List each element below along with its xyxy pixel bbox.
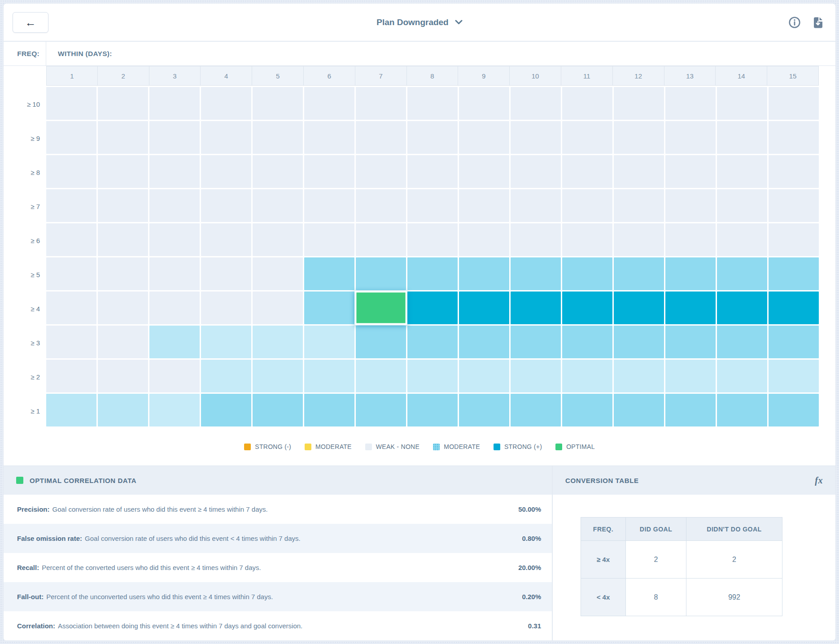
heatmap-cell[interactable] — [46, 189, 96, 222]
heatmap-cell[interactable] — [46, 223, 96, 256]
heatmap-cell[interactable] — [253, 360, 303, 392]
heatmap-cell[interactable] — [614, 394, 664, 426]
formula-fx-icon[interactable]: fx — [815, 475, 823, 486]
heatmap-cell[interactable] — [356, 121, 406, 154]
heatmap-cell[interactable] — [253, 257, 303, 290]
heatmap-cell[interactable] — [46, 155, 96, 188]
heatmap-cell[interactable] — [46, 360, 96, 392]
heatmap-cell[interactable] — [253, 121, 303, 154]
heatmap-cell[interactable] — [614, 326, 664, 358]
back-button[interactable]: ← — [13, 12, 48, 33]
heatmap-cell[interactable] — [407, 189, 458, 222]
heatmap-cell[interactable] — [149, 394, 200, 426]
heatmap-cell[interactable] — [665, 360, 716, 392]
heatmap-cell[interactable] — [769, 223, 819, 256]
heatmap-cell[interactable] — [511, 292, 561, 324]
heatmap-cell[interactable] — [356, 257, 406, 290]
heatmap-cell[interactable] — [562, 292, 612, 324]
heatmap-cell[interactable] — [769, 326, 819, 358]
heatmap-cell[interactable] — [46, 121, 96, 154]
heatmap-cell[interactable] — [459, 189, 509, 222]
heatmap-cell[interactable] — [717, 87, 767, 120]
heatmap-cell[interactable] — [769, 394, 819, 426]
heatmap-cell[interactable] — [459, 257, 509, 290]
heatmap-cell[interactable] — [149, 121, 200, 154]
heatmap-cell[interactable] — [46, 394, 96, 426]
heatmap-cell[interactable] — [98, 155, 148, 188]
heatmap-cell[interactable] — [201, 87, 251, 120]
heatmap-cell[interactable] — [562, 223, 612, 256]
heatmap-cell[interactable] — [149, 155, 200, 188]
heatmap-cell[interactable] — [511, 394, 561, 426]
heatmap-cell[interactable] — [665, 155, 716, 188]
heatmap-cell[interactable] — [149, 292, 200, 324]
heatmap-cell[interactable] — [562, 326, 612, 358]
heatmap-cell[interactable] — [407, 121, 458, 154]
heatmap-cell[interactable] — [562, 189, 612, 222]
heatmap-cell[interactable] — [665, 394, 716, 426]
heatmap-cell[interactable] — [407, 87, 458, 120]
heatmap-cell[interactable] — [459, 223, 509, 256]
heatmap-cell[interactable] — [98, 189, 148, 222]
heatmap-cell[interactable] — [149, 189, 200, 222]
heatmap-cell[interactable] — [614, 121, 664, 154]
heatmap-cell[interactable] — [614, 292, 664, 324]
heatmap-cell[interactable] — [304, 189, 354, 222]
heatmap-cell[interactable] — [46, 326, 96, 358]
heatmap-cell[interactable] — [562, 257, 612, 290]
heatmap-cell[interactable] — [717, 257, 767, 290]
heatmap-cell[interactable] — [98, 326, 148, 358]
heatmap-cell[interactable] — [614, 189, 664, 222]
heatmap-cell[interactable] — [769, 155, 819, 188]
heatmap-cell[interactable] — [201, 155, 251, 188]
heatmap-cell[interactable] — [665, 121, 716, 154]
heatmap-cell[interactable] — [665, 292, 716, 324]
heatmap-cell[interactable] — [459, 360, 509, 392]
heatmap-cell[interactable] — [149, 360, 200, 392]
heatmap-cell[interactable] — [149, 87, 200, 120]
heatmap-cell[interactable] — [356, 189, 406, 222]
heatmap-cell[interactable] — [665, 257, 716, 290]
heatmap-cell[interactable] — [459, 155, 509, 188]
heatmap-cell[interactable] — [201, 394, 251, 426]
heatmap-cell[interactable] — [356, 394, 406, 426]
heatmap-cell[interactable] — [304, 292, 354, 324]
heatmap-cell[interactable] — [717, 189, 767, 222]
heatmap-cell[interactable] — [511, 155, 561, 188]
heatmap-cell[interactable] — [46, 257, 96, 290]
heatmap-cell[interactable] — [717, 292, 767, 324]
heatmap-cell[interactable] — [201, 121, 251, 154]
heatmap-cell[interactable] — [304, 223, 354, 256]
optimal-selected-cell[interactable] — [354, 291, 407, 325]
heatmap-cell[interactable] — [511, 257, 561, 290]
heatmap-cell[interactable] — [459, 292, 509, 324]
heatmap-cell[interactable] — [769, 121, 819, 154]
heatmap-cell[interactable] — [614, 155, 664, 188]
heatmap-cell[interactable] — [407, 155, 458, 188]
heatmap-cell[interactable] — [407, 394, 458, 426]
heatmap-cell[interactable] — [407, 257, 458, 290]
heatmap-cell[interactable] — [201, 360, 251, 392]
heatmap-cell[interactable] — [253, 189, 303, 222]
heatmap-cell[interactable] — [304, 155, 354, 188]
heatmap-cell[interactable] — [201, 292, 251, 324]
heatmap-cell[interactable] — [614, 360, 664, 392]
heatmap-cell[interactable] — [665, 326, 716, 358]
heatmap-cell[interactable] — [459, 326, 509, 358]
heatmap-cell[interactable] — [511, 121, 561, 154]
heatmap-cell[interactable] — [562, 155, 612, 188]
heatmap-cell[interactable] — [304, 394, 354, 426]
heatmap-cell[interactable] — [149, 257, 200, 290]
heatmap-cell[interactable] — [614, 87, 664, 120]
heatmap-cell[interactable] — [356, 360, 406, 392]
heatmap-cell[interactable] — [459, 121, 509, 154]
heatmap-cell[interactable] — [304, 360, 354, 392]
heatmap-cell[interactable] — [511, 223, 561, 256]
heatmap-cell[interactable] — [253, 155, 303, 188]
heatmap-cell[interactable] — [304, 87, 354, 120]
heatmap-cell[interactable] — [511, 326, 561, 358]
heatmap-cell[interactable] — [769, 257, 819, 290]
heatmap-cell[interactable] — [253, 394, 303, 426]
heatmap-cell[interactable] — [717, 223, 767, 256]
heatmap-cell[interactable] — [304, 326, 354, 358]
